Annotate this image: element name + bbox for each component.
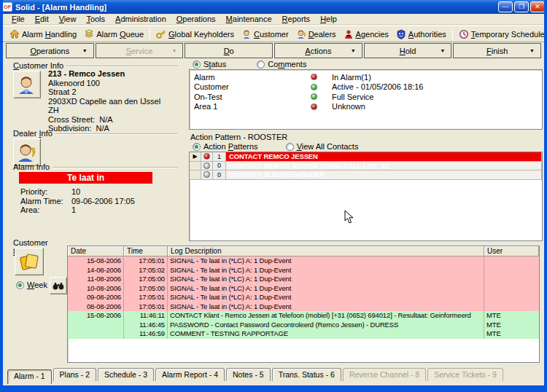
log-row[interactable]: 11:46:59COMMENT - TESTING RAPPORTAGEMTE	[68, 329, 539, 339]
column-header-date[interactable]: Date	[68, 246, 124, 256]
current-row-marker	[190, 170, 201, 180]
tab-schedule[interactable]: Schedule - 3	[98, 368, 154, 381]
operations-button[interactable]: Operations▼	[6, 43, 94, 58]
alarm-time-value: 09-06-2006 17:05	[71, 197, 135, 206]
alarm-handling-button[interactable]: Alarm Handling	[6, 28, 80, 41]
green-led-icon	[311, 93, 317, 100]
priority-value: 10	[71, 187, 80, 197]
attempt-count: 1	[213, 152, 226, 162]
close-button-icon[interactable]: ✕	[530, 1, 545, 12]
log-row[interactable]: 11:46:45PASSWORD - Contact Password Geco…	[68, 321, 539, 330]
log-table-header: Date Time Log Description User	[68, 246, 539, 256]
person-icon	[296, 29, 306, 39]
radio-dot-icon	[193, 143, 201, 151]
alarm-info-group: Alarm Info	[13, 162, 178, 171]
action-pattern-row[interactable]: CONTACT SLEUTELHOUDER	[226, 170, 542, 180]
radio-dot-icon	[193, 60, 201, 68]
log-row[interactable]: 14-08-200617:05:02SIGNAL - Te laat in (*…	[68, 266, 539, 275]
app-window: OP Solid - [Alarm Handling] — ❐ ✕ File E…	[0, 0, 547, 392]
action-pattern-row[interactable]: CONTACT REMCO JESSEN USING CALL LIST '01…	[226, 162, 542, 171]
binoculars-icon	[53, 281, 64, 290]
service-button: Service▼	[96, 43, 184, 58]
column-header-user[interactable]: User	[484, 246, 539, 256]
agencies-button[interactable]: Agencies	[340, 28, 392, 41]
customer-address-line: Alkenoord 100	[48, 79, 160, 88]
menu-edit[interactable]: Edit	[31, 14, 53, 24]
customer-logs-table[interactable]: Date Time Log Description User 15-08-200…	[67, 246, 540, 363]
menu-bar: File Edit View Tools Administration Oper…	[3, 14, 544, 25]
tab-trans-status[interactable]: Trans. Status - 6	[272, 368, 341, 381]
menu-help[interactable]: Help	[316, 14, 341, 24]
red-led-icon	[311, 74, 317, 80]
tab-alarm[interactable]: Alarm - 1	[7, 369, 52, 384]
chevron-down-icon: ▼	[351, 48, 356, 53]
log-row[interactable]: 10-08-200617:05:00SIGNAL - Te laat in (*…	[68, 284, 539, 294]
tab-plans[interactable]: Plans - 2	[53, 368, 96, 381]
dealers-button[interactable]: Dealers	[292, 28, 340, 41]
queue-icon	[84, 29, 94, 39]
search-logs-button[interactable]	[50, 277, 67, 294]
tab-bar: Alarm - 1 Plans - 2 Schedule - 3 Alarm R…	[3, 366, 544, 385]
tab-notes[interactable]: Notes - 5	[226, 368, 271, 381]
action-pattern-row[interactable]: CONTACT REMCO JESSEN	[226, 152, 542, 162]
chevron-down-icon: ▼	[440, 48, 445, 53]
alarm-queue-button[interactable]: Alarm Queue	[80, 28, 147, 41]
menu-maintenance[interactable]: Maintenance	[222, 14, 276, 24]
clock-icon	[459, 29, 469, 39]
restore-button-icon[interactable]: ❐	[514, 1, 529, 12]
toolbar: Alarm Handling Alarm Queue Global Keyhol…	[3, 26, 544, 42]
status-row: On-TestFull Service	[190, 92, 542, 102]
key-icon	[156, 29, 166, 39]
toolbar-separator	[150, 28, 150, 40]
status-row: Area 1Unknown	[190, 102, 542, 112]
gray-led-icon	[201, 170, 213, 180]
temporary-schedule-button[interactable]: Temporary Schedule	[455, 28, 547, 41]
cross-street-row: Cross Street: N/A	[48, 115, 160, 125]
menu-view[interactable]: View	[55, 14, 81, 24]
house-icon	[9, 29, 20, 39]
column-header-description[interactable]: Log Description	[168, 246, 484, 256]
chevron-down-icon: ▼	[529, 48, 535, 53]
area-label: Area:	[20, 205, 71, 215]
action-pattern-table: ▶ 1 CONTACT REMCO JESSEN 0 CONTACT REMCO…	[190, 152, 542, 180]
attempt-count: 0	[213, 170, 226, 180]
column-header-time[interactable]: Time	[124, 246, 168, 256]
green-led-icon	[311, 84, 317, 90]
action-pattern-title: Action Pattern - ROOSTER	[190, 133, 287, 141]
actions-button[interactable]: Actions▼	[274, 43, 362, 58]
week-radio[interactable]: Week	[16, 281, 47, 289]
agent-icon	[344, 29, 354, 39]
menu-operations[interactable]: Operations	[172, 14, 220, 24]
action-patterns-radio[interactable]: Action Patterns	[193, 142, 258, 151]
minimize-button-icon[interactable]: —	[498, 1, 513, 12]
do-button[interactable]: Do	[185, 43, 273, 58]
customer-photo-button[interactable]	[13, 71, 41, 98]
menu-administration[interactable]: Administration	[111, 14, 171, 24]
customer-button[interactable]: Customer	[238, 28, 292, 41]
log-row[interactable]: 11-08-200617:05:00SIGNAL - Te laat in (*…	[68, 275, 539, 284]
main-content: Customer Info 213 - Remco Jessen Alkenoo…	[3, 58, 544, 366]
radio-dot-icon	[286, 143, 294, 151]
finish-button[interactable]: Finish▼	[453, 43, 541, 58]
status-radio[interactable]: Status	[193, 60, 226, 68]
hold-button[interactable]: Hold▼	[364, 43, 452, 58]
log-row[interactable]: 08-08-200617:05:01SIGNAL - Te laat in (*…	[68, 302, 539, 312]
tab-alarm-report[interactable]: Alarm Report - 4	[155, 368, 225, 381]
authorities-button[interactable]: Authorities	[392, 28, 450, 41]
view-all-contacts-radio[interactable]: View All Contacts	[286, 142, 359, 151]
alarm-time-label: Alarm Time:	[20, 197, 71, 206]
priority-label: Priority:	[20, 187, 71, 197]
dealer-info-group: Dealer Info	[13, 129, 178, 138]
menu-reports[interactable]: Reports	[278, 14, 315, 24]
log-row[interactable]: 15-08-200617:05:01SIGNAL - Te laat in (*…	[68, 256, 539, 266]
menu-tools[interactable]: Tools	[82, 14, 109, 24]
dealer-face-icon	[17, 142, 37, 162]
global-keyholders-button[interactable]: Global Keyholders	[152, 28, 238, 41]
comments-radio[interactable]: Comments	[257, 60, 306, 68]
customer-face-icon	[17, 74, 37, 95]
badge-icon	[396, 29, 406, 39]
customer-logs-button[interactable]	[15, 248, 44, 275]
log-row[interactable]: 09-08-200617:05:01SIGNAL - Te laat in (*…	[68, 293, 539, 302]
log-row[interactable]: 15-08-200611:46:11CONTACT Klant - Remco …	[68, 311, 539, 321]
menu-file[interactable]: File	[7, 14, 29, 24]
